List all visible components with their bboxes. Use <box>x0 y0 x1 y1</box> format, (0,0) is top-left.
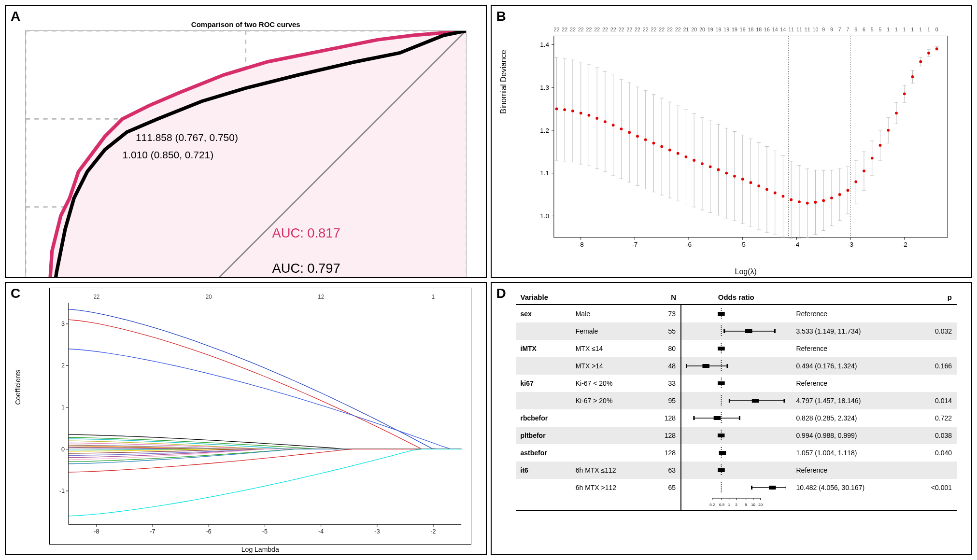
table-row: rbcbefor1280.828 (0.285, 2.324)0.722 <box>516 409 957 427</box>
panel-a-roc: A Comparison of two ROC curves Sensitivi… <box>5 5 487 278</box>
level-cell: MTX ≤14 <box>571 340 653 357</box>
cv-chart: 1.01.11.21.31.4-8-7-6-5-4-3-222222222222… <box>535 11 957 267</box>
svg-text:1: 1 <box>919 27 922 32</box>
coef-xlabel: Log Lambda <box>49 546 471 553</box>
svg-point-218 <box>781 195 784 198</box>
table-row: ki67Ki-67 < 20%33Reference <box>516 375 957 392</box>
svg-point-170 <box>684 155 687 158</box>
svg-text:22: 22 <box>553 27 559 32</box>
svg-text:-4: -4 <box>793 241 800 248</box>
panel-b-cv: B Binomial Deviance 1.01.11.21.31.4-8-7-… <box>491 5 973 278</box>
svg-text:-6: -6 <box>206 527 212 534</box>
svg-point-138 <box>620 127 623 130</box>
table-row: Female553.533 (1.149, 11.734)0.032 <box>516 322 957 340</box>
svg-point-174 <box>693 159 695 162</box>
svg-text:-7: -7 <box>150 527 155 534</box>
level-cell: Female <box>571 322 653 340</box>
svg-text:12: 12 <box>318 294 324 300</box>
svg-rect-362 <box>718 468 725 472</box>
n-cell: 80 <box>653 340 681 357</box>
svg-text:1: 1 <box>911 27 914 32</box>
svg-point-146 <box>636 135 639 138</box>
var-cell: rbcbefor <box>516 409 571 427</box>
svg-text:1.0: 1.0 <box>540 212 549 220</box>
svg-point-182 <box>708 165 711 168</box>
svg-text:10: 10 <box>812 27 818 32</box>
forest-plot-cell <box>681 462 791 479</box>
svg-point-126 <box>595 117 598 120</box>
ci-cell: Reference <box>791 305 912 322</box>
svg-text:22: 22 <box>586 27 592 32</box>
svg-text:-2: -2 <box>430 527 436 534</box>
ci-cell: 4.797 (1.457, 18.146) <box>791 392 912 409</box>
forest-plot-cell <box>681 322 791 340</box>
th-n: N <box>653 290 681 305</box>
coef-chart: -8-7-6-5-4-3-2-101232220121 <box>50 288 471 544</box>
svg-text:19: 19 <box>723 27 729 32</box>
level-cell <box>571 444 653 462</box>
p-cell <box>913 375 957 392</box>
svg-text:18: 18 <box>756 27 762 32</box>
var-cell <box>516 322 571 340</box>
svg-point-186 <box>717 168 720 171</box>
svg-text:19: 19 <box>715 27 721 32</box>
forest-plot-cell <box>681 427 791 444</box>
svg-text:22: 22 <box>651 27 656 32</box>
svg-text:11: 11 <box>804 27 810 32</box>
var-cell <box>516 357 571 375</box>
p-cell <box>913 340 957 357</box>
p-cell: 0.166 <box>913 357 957 375</box>
table-row: MTX >14480.494 (0.176, 1.324)0.166 <box>516 357 957 375</box>
svg-text:22: 22 <box>675 27 680 32</box>
svg-point-262 <box>870 157 873 160</box>
svg-point-206 <box>757 184 760 187</box>
ci-cell: 1.057 (1.004, 1.118) <box>791 444 912 462</box>
ci-cell: 3.533 (1.149, 11.734) <box>791 322 912 340</box>
svg-point-118 <box>579 112 582 114</box>
svg-text:19: 19 <box>707 27 713 32</box>
svg-text:22: 22 <box>562 27 567 32</box>
forest-plot-cell <box>681 305 791 322</box>
svg-point-150 <box>644 138 647 141</box>
svg-text:22: 22 <box>93 294 99 300</box>
svg-text:18: 18 <box>748 27 753 32</box>
svg-point-230 <box>806 202 808 205</box>
svg-rect-367 <box>769 486 776 490</box>
svg-point-250 <box>846 189 849 192</box>
svg-text:14: 14 <box>772 27 778 32</box>
n-cell: 48 <box>653 357 681 375</box>
n-cell: 95 <box>653 392 681 409</box>
svg-point-122 <box>587 114 590 117</box>
p-cell: <0.001 <box>913 479 957 496</box>
n-cell: 128 <box>653 444 681 462</box>
svg-point-214 <box>773 192 776 195</box>
panel-c-coef: C Coefficients -8-7-6-5-4-3-2-1012322201… <box>5 282 487 555</box>
svg-text:0.5: 0.5 <box>719 503 725 507</box>
svg-text:22: 22 <box>634 27 640 32</box>
n-cell: 128 <box>653 427 681 444</box>
svg-point-238 <box>822 199 825 202</box>
svg-point-198 <box>741 178 744 181</box>
svg-text:-5: -5 <box>739 241 745 248</box>
svg-text:-2: -2 <box>901 241 907 248</box>
svg-text:0: 0 <box>61 445 65 452</box>
svg-text:20: 20 <box>206 294 212 300</box>
forest-plot-cell <box>681 392 791 409</box>
svg-rect-326 <box>718 312 725 316</box>
p-cell: 0.038 <box>913 427 957 444</box>
svg-rect-338 <box>703 364 710 368</box>
svg-point-246 <box>838 193 841 196</box>
svg-text:2: 2 <box>61 362 65 369</box>
svg-text:-3: -3 <box>848 241 853 248</box>
svg-rect-331 <box>745 329 752 333</box>
svg-point-278 <box>903 92 906 95</box>
svg-text:22: 22 <box>667 27 673 32</box>
forest-plot-cell <box>681 375 791 392</box>
svg-text:20: 20 <box>699 27 705 32</box>
svg-text:1.1: 1.1 <box>540 169 549 177</box>
svg-point-286 <box>919 60 922 63</box>
svg-text:1: 1 <box>728 503 730 507</box>
svg-text:1: 1 <box>927 27 930 32</box>
p-cell: 0.014 <box>913 392 957 409</box>
svg-text:-8: -8 <box>94 527 99 534</box>
